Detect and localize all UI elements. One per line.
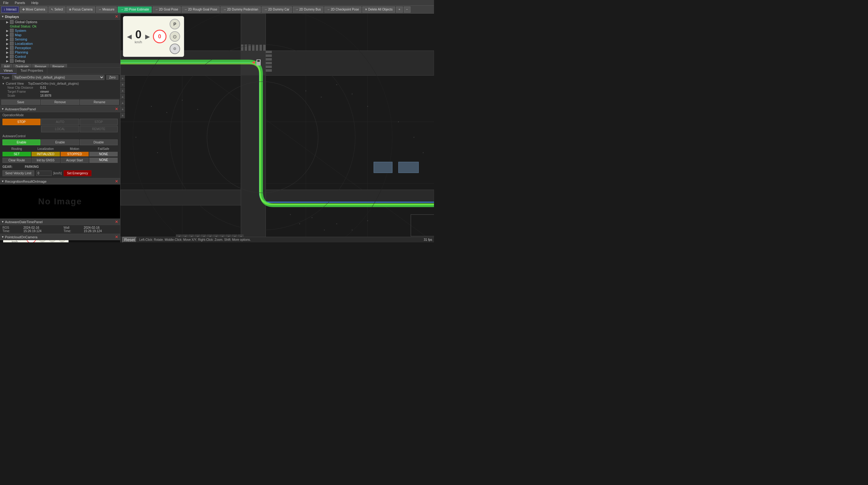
cv-nearclip-value: 0.01 [40,86,46,89]
minimap-box: ◀ 0 km/h ▶ 0 P ⊙ ⚙ [0,240,120,242]
planning-checkbox[interactable] [10,50,13,54]
toolbar-focus-camera[interactable]: ⊕ Focus Camera [66,6,95,13]
menu-file[interactable]: File [2,1,10,5]
svg-point-40 [182,100,183,101]
tree-planning[interactable]: ▶ Planning [0,50,120,54]
tree-control[interactable]: ▶ Control [0,54,120,59]
tree-localization[interactable]: ▶ Localization [0,41,120,46]
menu-help[interactable]: Help [30,1,39,5]
global-options-checkbox[interactable] [10,20,13,24]
send-velocity-btn[interactable]: Send Velocity Limit [2,170,34,176]
datetime-close-icon[interactable]: ✕ [115,220,118,224]
tree-map[interactable]: ▶ Map [0,33,120,37]
stop-btn-inactive[interactable]: STOP [80,119,118,125]
toolbar-minus[interactable]: − [404,6,410,13]
move-icon: ✥ [22,8,25,11]
svg-rect-19 [263,45,266,51]
tree-global-options[interactable]: ▶ Global Options [0,20,120,24]
disable-btn[interactable]: Disable [80,139,118,145]
mini-arrow-left[interactable]: ◀ [6,240,9,241]
autoware-state-close-icon[interactable]: ✕ [115,107,118,111]
datetime-header: ▾ AutowareDateTimePanel ✕ [0,219,120,225]
toolbar-2d-dummy-bus[interactable]: → 2D Dummy Bus [293,6,323,13]
displays-close-icon[interactable]: ✕ [115,14,118,19]
tab-tool-properties[interactable]: Tool Properties [17,68,47,74]
system-checkbox[interactable] [10,29,13,32]
toolbar-move-camera[interactable]: ✥ Move Camera [20,6,48,13]
velocity-input[interactable] [36,171,52,176]
tree-debug[interactable]: ▶ Debug [0,59,120,63]
map-checkbox[interactable] [10,33,13,37]
toolbar-2d-goal-pose[interactable]: → 2D Goal Pose [153,6,181,13]
toolbar-measure[interactable]: ↔ Measure [96,6,117,13]
enable-btn[interactable]: Enable [2,139,40,145]
toolbar-2d-rough-goal[interactable]: → 2D Rough Goal Pose [182,6,220,13]
auto-btn[interactable]: AUTO [41,119,79,125]
tree-system[interactable]: ▶ System [0,28,120,33]
dt-row: ROS Time: 2024-02-16 15:26:19.124 Wall T… [0,225,120,234]
datetime-collapse-icon: ▾ [2,220,4,224]
toolbar-2d-checkpoint-pose[interactable]: → 2D Checkpoint Pose [324,6,362,13]
svg-text:▲: ▲ [121,101,124,105]
mini-arrow-right[interactable]: ▶ [21,240,24,241]
init-by-gnss-btn[interactable]: Init by GNSS [32,158,60,163]
rename-view-btn[interactable]: Rename [80,99,119,105]
accept-start-btn[interactable]: Accept Start [61,158,89,163]
toolbar-interact[interactable]: ↕ Interact [1,6,19,13]
zero-btn[interactable]: Zero [106,75,118,80]
planning-label: Planning [15,50,28,54]
wall-time-label: Wall Time: [64,226,78,233]
control-checkbox[interactable] [10,55,13,58]
save-view-btn[interactable]: Save [1,99,40,105]
debug-checkbox[interactable] [10,59,13,63]
reset-btn[interactable]: Reset [122,237,137,242]
statusbar: Reset Left-Click: Rotate. Middle-Click: … [121,237,434,242]
local-btn[interactable]: LOCAL [41,126,79,132]
svg-rect-14 [245,45,247,51]
perception-label: Perception [15,46,31,50]
camera-title: RecognitionResultOnImage [5,179,46,183]
chevron-icon: ▶ [6,59,9,63]
svg-rect-23 [266,62,272,64]
tab-views[interactable]: Views [0,68,17,74]
mini-speed-circle: 0 [26,240,36,242]
enable-btn2[interactable]: Enable [41,139,79,145]
toolbar-select[interactable]: ↖ Select [49,6,65,13]
set-emergency-btn[interactable]: Set Emergency [64,170,91,176]
type-select[interactable]: TopDownOrtho (rviz_default_plugins) [12,75,105,80]
sensing-checkbox[interactable] [10,37,13,41]
camera-close-icon[interactable]: ✕ [115,179,118,183]
svg-rect-24 [266,65,272,68]
toolbar-delete-all[interactable]: ✕ Delete All Objects [362,6,395,13]
toolbar-2d-dummy-pedestrian[interactable]: → 2D Dummy Pedestrian [221,6,261,13]
duplicate-display-btn[interactable]: Duplicate [13,64,32,68]
svg-point-39 [166,112,167,113]
speed-arrow-right[interactable]: ▶ [145,33,150,40]
clear-route-btn[interactable]: Clear Route [2,158,31,163]
pointcloud-close-icon[interactable]: ✕ [115,235,118,239]
autoware-state-section: ▾ AutowareStatePanel ✕ OperationMode STO… [0,106,120,178]
toolbar-2d-pose-estimate[interactable]: → 2D Pose Estimate [118,6,151,13]
remove-display-btn[interactable]: Remove [32,64,49,68]
menu-panels[interactable]: Panels [13,1,27,5]
chevron-icon: ▶ [6,51,9,54]
remove-view-btn[interactable]: Remove [41,99,80,105]
toolbar-plus[interactable]: + [396,6,403,13]
svg-point-46 [336,84,337,85]
toolbar-2d-dummy-car[interactable]: → 2D Dummy Car [261,6,292,13]
viewport[interactable]: ◀ ◀ ◀ ◀ ◀ ◀ ◀ ◀ ◀ ◀ ◀ [121,13,434,242]
remote-btn[interactable]: REMOTE [80,126,118,132]
tree-perception[interactable]: ▶ Perception [0,46,120,50]
stop-btn-active[interactable]: STOP [2,119,40,125]
main-layout: ▾ Displays ✕ ▶ Global Options Global Sta… [0,13,434,242]
localization-checkbox[interactable] [10,42,13,46]
tree-sensing[interactable]: ▶ Sensing [0,37,120,41]
add-display-btn[interactable]: Add [1,64,12,68]
fps-counter: 31 fps [424,238,432,241]
speed-arrow-left[interactable]: ◀ [127,33,132,40]
type-label: Type: [2,76,10,80]
perception-checkbox[interactable] [10,46,13,50]
localization-label: Localization [32,147,60,150]
view-buttons: Save Remove Rename [0,98,120,106]
rename-display-btn[interactable]: Rename [50,64,67,68]
